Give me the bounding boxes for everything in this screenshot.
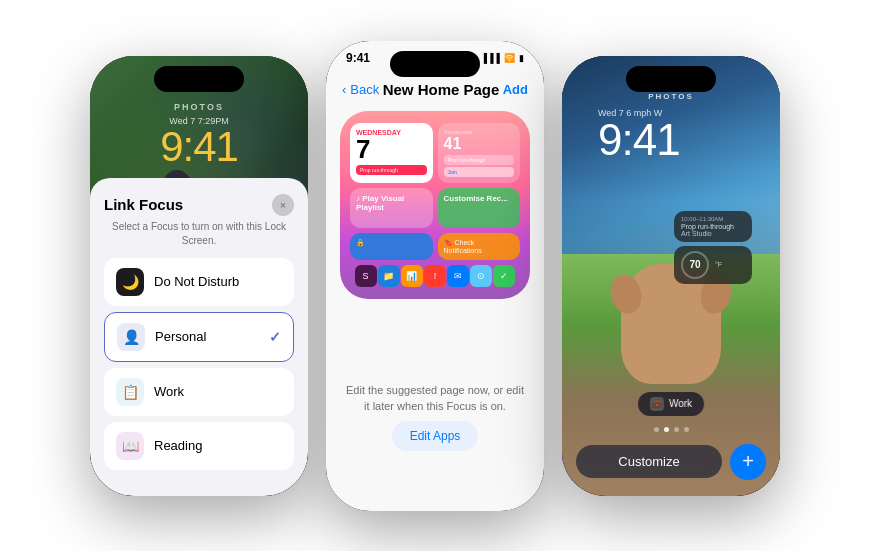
focus-option-reading[interactable]: 📖 Reading	[104, 422, 294, 470]
focus-icon-work: 📋	[116, 378, 144, 406]
phone-right: PHOTOS Wed 7 6 mph W 9:41 10:00–11:30AM …	[562, 56, 780, 496]
center-bottom-text: Edit the suggested page now, or edit it …	[326, 382, 544, 451]
app-dock-row1: S 📁 📊 ! ✉ ⊙ ✓	[350, 265, 520, 287]
widget-weather: September 41 Prop run-through Join	[438, 123, 521, 183]
customize-button[interactable]: Customize	[576, 445, 722, 478]
temp-circle: 70	[681, 251, 709, 279]
focus-icon-reading: 📖	[116, 432, 144, 460]
right-widget-temp: 70 °F	[674, 246, 752, 284]
widget-time-range: 10:00–11:30AM	[681, 216, 745, 222]
green-label: Customise Rec...	[444, 194, 515, 203]
dot-3	[674, 427, 679, 432]
app-check[interactable]: ✓	[493, 265, 515, 287]
calendar-event: Prop run-through	[356, 165, 427, 175]
focus-label-work: Work	[154, 384, 282, 399]
widget-location: Art Studio	[681, 230, 745, 237]
page-dots	[562, 427, 780, 432]
work-label: Work	[669, 398, 692, 409]
widget-row2: ♪ Play Visual Playlist Customise Rec...	[350, 188, 520, 228]
focus-label-reading: Reading	[154, 438, 282, 453]
right-time-area: Wed 7 6 mph W 9:41	[562, 108, 780, 162]
widget-blue: 🔒	[350, 233, 433, 260]
card-header: Link Focus ×	[104, 194, 294, 216]
left-time: 9:41	[90, 126, 308, 168]
right-time: 9:41	[572, 118, 770, 162]
temp-unit: °F	[715, 261, 722, 268]
bottom-description: Edit the suggested page now, or edit it …	[346, 382, 524, 415]
right-photos-label: PHOTOS	[562, 92, 780, 101]
app-files[interactable]: 📁	[378, 265, 400, 287]
calendar-day: 7	[356, 136, 427, 162]
right-bottom-bar: Customize +	[576, 444, 766, 480]
weather-temp: 41	[444, 135, 515, 153]
widget-row1: WEDNESDAY 7 Prop run-through September 4…	[350, 123, 520, 183]
focus-check-personal: ✓	[269, 329, 281, 345]
dynamic-island-right	[626, 66, 716, 92]
app-safari[interactable]: ⊙	[470, 265, 492, 287]
add-button[interactable]: +	[730, 444, 766, 480]
chevron-left-icon: ‹	[342, 82, 346, 97]
dot-4	[684, 427, 689, 432]
weather-event: Prop run-through	[444, 155, 515, 165]
edit-apps-button[interactable]: Edit Apps	[392, 421, 479, 451]
focus-option-work[interactable]: 📋 Work	[104, 368, 294, 416]
work-badge: 💼 Work	[638, 392, 704, 416]
focus-option-dnd[interactable]: 🌙 Do Not Disturb	[104, 258, 294, 306]
phones-container: PHOTOS Wed 7 7:29PM 9:41 Link Focus × Se…	[0, 0, 870, 551]
widget-calendar: WEDNESDAY 7 Prop run-through	[350, 123, 433, 183]
speed-widget: 70 °F	[681, 251, 745, 279]
phone-left: PHOTOS Wed 7 7:29PM 9:41 Link Focus × Se…	[90, 56, 308, 496]
widget-preview: WEDNESDAY 7 Prop run-through September 4…	[340, 111, 530, 299]
right-screen: PHOTOS Wed 7 6 mph W 9:41 10:00–11:30AM …	[562, 56, 780, 496]
nav-add-button[interactable]: Add	[503, 82, 528, 97]
focus-label-personal: Personal	[155, 329, 259, 344]
widget-music: ♪ Play Visual Playlist	[350, 188, 433, 228]
left-screen: PHOTOS Wed 7 7:29PM 9:41 Link Focus × Se…	[90, 56, 308, 496]
focus-label-dnd: Do Not Disturb	[154, 274, 282, 289]
nav-title: New Home Page	[383, 81, 500, 98]
widget-row3: 🔒 🔖 Check Notifications	[350, 233, 520, 260]
card-title: Link Focus	[104, 196, 183, 213]
app-remind[interactable]: !	[424, 265, 446, 287]
center-status-bar: 9:41 ▐▐▐ 🛜 ▮	[326, 51, 544, 65]
battery-icon: ▮	[519, 53, 524, 63]
nav-back-button[interactable]: ‹ Back	[342, 82, 379, 97]
app-mail[interactable]: ✉	[447, 265, 469, 287]
right-widgets: 10:00–11:30AM Prop run-through Art Studi…	[674, 211, 752, 284]
left-photos-label: PHOTOS	[90, 102, 308, 112]
right-widget-calendar: 10:00–11:30AM Prop run-through Art Studi…	[674, 211, 752, 242]
card-subtitle: Select a Focus to turn on with this Lock…	[104, 220, 294, 248]
app-slack[interactable]: S	[355, 265, 377, 287]
widget-green: Customise Rec...	[438, 188, 521, 228]
status-icons: ▐▐▐ 🛜 ▮	[481, 53, 524, 63]
focus-icon-dnd: 🌙	[116, 268, 144, 296]
app-stats[interactable]: 📊	[401, 265, 423, 287]
left-time-block: Wed 7 7:29PM 9:41	[90, 116, 308, 168]
center-nav: ‹ Back New Home Page Add	[326, 81, 544, 98]
widget-event: Prop run-through	[681, 223, 745, 230]
link-focus-card: Link Focus × Select a Focus to turn on w…	[90, 178, 308, 496]
blue-label: 🔒	[356, 239, 427, 247]
signal-icon: ▐▐▐	[481, 53, 500, 63]
center-time: 9:41	[346, 51, 370, 65]
phone-center: 9:41 ▐▐▐ 🛜 ▮ ‹ Back New Home Page Add	[326, 41, 544, 511]
widget-orange: 🔖 Check Notifications	[438, 233, 521, 260]
focus-icon-personal: 👤	[117, 323, 145, 351]
card-close-button[interactable]: ×	[272, 194, 294, 216]
dynamic-island-left	[154, 66, 244, 92]
nav-back-label: Back	[350, 82, 379, 97]
work-icon: 💼	[650, 397, 664, 411]
center-screen: 9:41 ▐▐▐ 🛜 ▮ ‹ Back New Home Page Add	[326, 41, 544, 511]
orange-label: 🔖 Check Notifications	[444, 239, 515, 254]
wifi-icon: 🛜	[504, 53, 515, 63]
focus-option-personal[interactable]: 👤 Personal ✓	[104, 312, 294, 362]
weather-join: Join	[444, 167, 515, 177]
music-label: ♪ Play Visual Playlist	[356, 194, 427, 212]
dot-1	[654, 427, 659, 432]
dot-2	[664, 427, 669, 432]
